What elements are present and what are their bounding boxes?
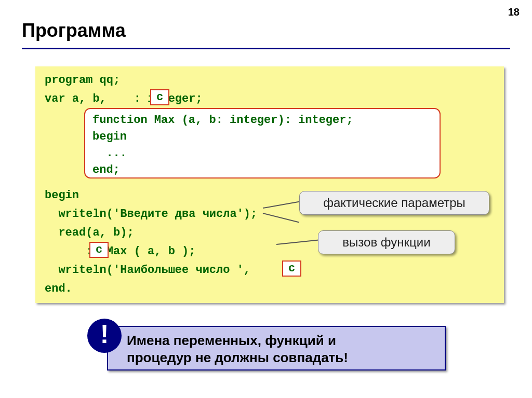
code-line: begin (45, 189, 79, 202)
function-box: function Max (a, b: integer): integer; b… (84, 108, 441, 179)
func-line: begin (92, 129, 432, 145)
note-text-line1: Имена переменных, функций и (127, 333, 336, 348)
title-underline (22, 48, 510, 49)
highlight-box-c: c (282, 260, 301, 277)
code-block: program qq; var a, b, : integer; begin w… (35, 66, 504, 303)
page-title: Программа (22, 20, 126, 42)
code-line: := Max ( a, b ); (45, 245, 195, 258)
code-line: read(a, b); (45, 226, 134, 239)
func-line: end; (92, 162, 432, 179)
highlight-box-c: c (150, 89, 169, 105)
exclamation-icon: ! (87, 319, 122, 353)
code-line: end. (45, 282, 72, 295)
code-line: writeln('Введите два числа'); (45, 208, 257, 221)
func-line: ... (92, 145, 432, 162)
callout-params: фактические параметры (299, 191, 489, 215)
highlight-box-c: c (89, 242, 109, 258)
code-line: writeln('Наибольшее число ', ); (45, 264, 298, 277)
note-text-line2: процедур не должны совпадать! (127, 350, 348, 365)
func-line: function Max (a, b: integer): integer; (92, 112, 432, 129)
code-line: program qq; (45, 74, 120, 87)
callout-call: вызов функции (318, 230, 455, 254)
code-line: var a, b, : integer; (45, 92, 203, 105)
note-box: Имена переменных, функций и процедур не … (107, 326, 446, 370)
page-number: 18 (508, 6, 520, 18)
